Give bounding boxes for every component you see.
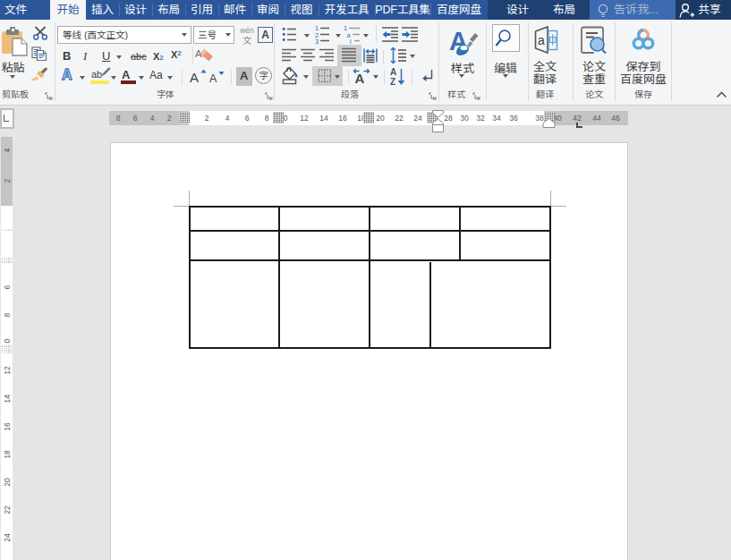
svg-text:a: a — [538, 33, 545, 47]
svg-text:Z: Z — [390, 77, 395, 86]
svg-text:3: 3 — [315, 38, 319, 44]
svg-text:A: A — [190, 70, 199, 85]
svg-text:A: A — [355, 71, 365, 86]
svg-text:A: A — [209, 72, 217, 85]
svg-text:i: i — [350, 38, 352, 44]
svg-text:A: A — [390, 67, 396, 77]
